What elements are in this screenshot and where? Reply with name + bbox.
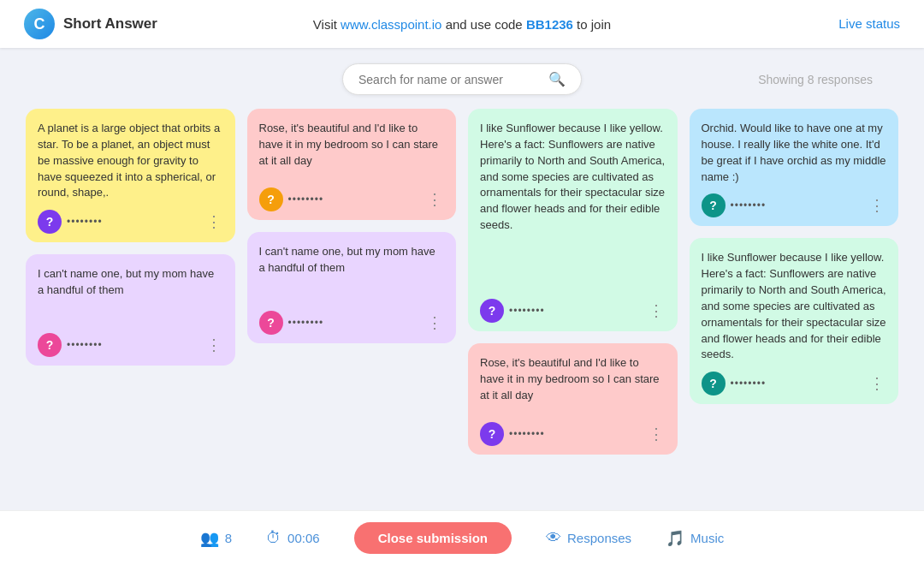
responses-icon: 👁 — [546, 529, 561, 547]
column-4: Orchid. Would like to have one at my hou… — [690, 109, 899, 502]
search-box: 🔍 — [342, 63, 582, 95]
card-footer: ? •••••••• ⋮ — [702, 193, 887, 217]
card-stars: •••••••• — [288, 193, 426, 205]
card-c4-1: Orchid. Would like to have one at my hou… — [690, 109, 899, 226]
responses-button[interactable]: 👁 Responses — [546, 529, 631, 547]
close-submission-button[interactable]: Close submission — [354, 522, 512, 554]
card-footer: ? •••••••• ⋮ — [702, 372, 887, 396]
card-stars: •••••••• — [67, 216, 204, 228]
avatar: ? — [702, 372, 726, 396]
search-icon: 🔍 — [548, 71, 566, 87]
showing-label: Showing 8 responses — [758, 73, 873, 86]
participants-count: 👥 8 — [200, 529, 232, 548]
card-stars: •••••••• — [509, 305, 647, 317]
card-stars: •••••••• — [731, 199, 868, 211]
card-footer: ? •••••••• ⋮ — [38, 210, 223, 234]
search-area: 🔍 Showing 8 responses — [0, 48, 924, 104]
card-text: I can't name one, but my mom have a hand… — [259, 244, 445, 302]
card-footer: ? •••••••• ⋮ — [480, 299, 666, 323]
header-center: Visit www.classpoint.io and use code BB1… — [178, 17, 746, 32]
card-menu-button[interactable]: ⋮ — [425, 190, 444, 209]
timer-display: ⏱ 00:06 — [266, 529, 320, 547]
music-icon: 🎵 — [666, 529, 684, 548]
header: C Short Answer Visit www.classpoint.io a… — [0, 0, 924, 48]
card-text: A planet is a large object that orbits a… — [38, 121, 223, 201]
header-right: Live status — [746, 16, 900, 32]
card-c1-1: A planet is a large object that orbits a… — [26, 109, 235, 242]
participants-count-label: 8 — [225, 531, 232, 545]
card-stars: •••••••• — [731, 378, 868, 390]
column-2: Rose, it's beautiful and I'd like to hav… — [247, 109, 457, 502]
card-menu-button[interactable]: ⋮ — [204, 212, 223, 231]
card-menu-button[interactable]: ⋮ — [647, 301, 666, 320]
app-logo: C — [24, 9, 55, 39]
cards-grid: A planet is a large object that orbits a… — [0, 104, 924, 510]
timer-label: 00:06 — [287, 531, 320, 545]
header-left: C Short Answer — [24, 9, 178, 39]
music-label: Music — [690, 531, 724, 545]
card-text: Rose, it's beautiful and I'd like to hav… — [259, 121, 445, 179]
app-title: Short Answer — [63, 15, 157, 33]
card-stars: •••••••• — [67, 339, 204, 351]
card-stars: •••••••• — [288, 317, 426, 329]
timer-icon: ⏱ — [266, 529, 281, 547]
card-c2-1: Rose, it's beautiful and I'd like to hav… — [247, 109, 457, 220]
card-c3-1: I like Sunflower because I like yellow. … — [468, 109, 678, 331]
card-stars: •••••••• — [509, 428, 647, 440]
avatar: ? — [702, 193, 726, 217]
search-input[interactable] — [358, 73, 542, 86]
site-url-link[interactable]: www.classpoint.io — [341, 17, 441, 32]
participants-icon: 👥 — [200, 529, 219, 548]
card-menu-button[interactable]: ⋮ — [425, 313, 444, 332]
card-text: I like Sunflower because I like yellow. … — [480, 121, 666, 290]
avatar: ? — [259, 311, 283, 335]
card-footer: ? •••••••• ⋮ — [38, 333, 223, 357]
card-menu-button[interactable]: ⋮ — [647, 425, 666, 443]
live-status-button[interactable]: Live status — [838, 16, 900, 31]
card-c1-2: I can't name one, but my mom have a hand… — [26, 254, 235, 366]
avatar: ? — [38, 210, 62, 234]
card-footer: ? •••••••• ⋮ — [259, 311, 445, 335]
bottom-bar: 👥 8 ⏱ 00:06 Close submission 👁 Responses… — [0, 510, 924, 565]
card-c3-2: Rose, it's beautiful and I'd like to hav… — [468, 343, 678, 455]
card-text: Orchid. Would like to have one at my hou… — [702, 121, 887, 185]
responses-label: Responses — [567, 531, 631, 545]
card-c2-2: I can't name one, but my mom have a hand… — [247, 232, 457, 343]
column-3: I like Sunflower because I like yellow. … — [468, 109, 678, 502]
column-1: A planet is a large object that orbits a… — [26, 109, 235, 502]
card-menu-button[interactable]: ⋮ — [204, 336, 223, 354]
card-text: I like Sunflower because I like yellow. … — [702, 250, 887, 363]
card-menu-button[interactable]: ⋮ — [868, 196, 886, 215]
card-c4-2: I like Sunflower because I like yellow. … — [690, 238, 899, 404]
avatar: ? — [480, 299, 504, 323]
card-menu-button[interactable]: ⋮ — [868, 374, 886, 393]
card-footer: ? •••••••• ⋮ — [259, 187, 445, 211]
avatar: ? — [259, 187, 283, 211]
music-button[interactable]: 🎵 Music — [666, 529, 724, 548]
avatar: ? — [480, 422, 504, 446]
avatar: ? — [38, 333, 62, 357]
card-footer: ? •••••••• ⋮ — [480, 422, 666, 446]
card-text: I can't name one, but my mom have a hand… — [38, 266, 223, 324]
card-text: Rose, it's beautiful and I'd like to hav… — [480, 355, 666, 413]
